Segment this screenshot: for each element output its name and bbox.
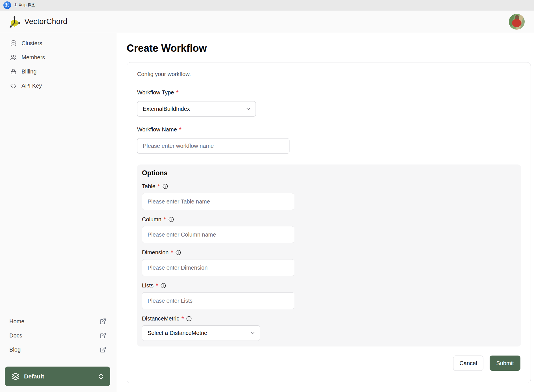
- main-content: Create Workflow Config your workflow. Wo…: [117, 33, 534, 392]
- required-asterisk: *: [176, 89, 178, 96]
- footer-link-label: Home: [9, 318, 24, 325]
- dimension-field: Dimension *: [142, 249, 516, 276]
- external-link-icon: [100, 318, 106, 325]
- column-field: Column *: [142, 216, 516, 243]
- sidebar-item-label: Billing: [21, 68, 36, 75]
- sidebar-footer: Home Docs: [0, 314, 117, 386]
- footer-link-label: Docs: [9, 332, 22, 339]
- submit-button[interactable]: Submit: [490, 356, 520, 371]
- options-section: Options Table * Column *: [137, 164, 521, 346]
- sidebar-item-clusters[interactable]: Clusters: [0, 36, 117, 50]
- info-icon[interactable]: [175, 250, 181, 255]
- table-field: Table *: [142, 183, 516, 210]
- xnip-bar-label: 由 Xnip 截图: [14, 3, 36, 8]
- workflow-type-field: Workflow Type * ExternalBuildIndex: [137, 89, 520, 117]
- vectorchord-logo-icon: [8, 15, 21, 29]
- sidebar-nav: Clusters Members: [0, 33, 117, 93]
- sidebar-item-label: API Key: [21, 83, 42, 89]
- workflow-name-field: Workflow Name *: [137, 126, 520, 154]
- sidebar-item-api-key[interactable]: API Key: [0, 79, 117, 93]
- required-asterisk: *: [179, 126, 181, 133]
- info-icon[interactable]: [162, 183, 168, 189]
- required-asterisk: *: [164, 216, 166, 223]
- brand-name: VectorChord: [24, 17, 67, 26]
- layers-icon: [12, 372, 20, 380]
- sidebar-item-label: Clusters: [21, 40, 42, 47]
- info-icon[interactable]: [160, 283, 166, 289]
- sidebar-item-billing[interactable]: Billing: [0, 64, 117, 79]
- screen: 由 Xnip 截图 Vect: [0, 0, 534, 392]
- card-description: Config your workflow.: [137, 71, 520, 77]
- column-label: Column *: [142, 216, 516, 223]
- project-switcher-label: Default: [24, 373, 93, 380]
- dimension-input[interactable]: [142, 259, 294, 276]
- distance-metric-value: Select a DistanceMetric: [148, 330, 207, 336]
- info-icon[interactable]: [186, 316, 192, 322]
- table-label: Table *: [142, 183, 516, 190]
- project-switcher[interactable]: Default: [5, 367, 110, 386]
- user-avatar[interactable]: [509, 14, 525, 30]
- brand: VectorChord: [8, 15, 67, 29]
- lists-label: Lists *: [142, 282, 516, 289]
- workflow-name-label: Workflow Name *: [137, 126, 520, 133]
- distance-metric-label: DistanceMetric *: [142, 315, 516, 322]
- xnip-capture-bar: 由 Xnip 截图: [0, 0, 534, 10]
- lists-field: Lists *: [142, 282, 516, 309]
- sidebar-item-members[interactable]: Members: [0, 50, 117, 64]
- footer-link-label: Blog: [9, 346, 21, 353]
- footer-link-home[interactable]: Home: [0, 314, 117, 328]
- table-input[interactable]: [142, 193, 294, 210]
- lock-icon: [10, 68, 17, 75]
- chevrons-up-down-icon: [97, 373, 105, 380]
- workflow-type-label: Workflow Type *: [137, 89, 520, 96]
- form-actions: Cancel Submit: [137, 356, 520, 371]
- column-input[interactable]: [142, 226, 294, 243]
- database-icon: [10, 40, 17, 47]
- external-link-icon: [100, 332, 106, 339]
- workflow-type-select[interactable]: ExternalBuildIndex: [137, 101, 256, 117]
- xnip-scissors-icon: [3, 1, 11, 9]
- footer-link-docs[interactable]: Docs: [0, 328, 117, 343]
- info-icon[interactable]: [168, 216, 174, 222]
- external-link-icon: [100, 346, 106, 353]
- cancel-button[interactable]: Cancel: [453, 356, 483, 371]
- options-title: Options: [142, 169, 516, 177]
- footer-link-blog[interactable]: Blog: [0, 343, 117, 357]
- code-icon: [10, 83, 17, 89]
- app-header: VectorChord: [0, 10, 534, 33]
- create-workflow-card: Config your workflow. Workflow Type * Ex…: [127, 62, 531, 383]
- chevron-down-icon: [245, 106, 251, 112]
- lists-input[interactable]: [142, 292, 294, 309]
- required-asterisk: *: [156, 282, 158, 289]
- workflow-name-input[interactable]: [137, 138, 289, 154]
- page-title: Create Workflow: [127, 42, 207, 54]
- workflow-type-value: ExternalBuildIndex: [143, 106, 190, 112]
- users-icon: [10, 54, 17, 61]
- required-asterisk: *: [171, 249, 173, 256]
- sidebar: Clusters Members: [0, 33, 117, 392]
- required-asterisk: *: [158, 183, 160, 190]
- chevron-down-icon: [250, 330, 256, 336]
- distance-metric-select[interactable]: Select a DistanceMetric: [142, 325, 260, 341]
- sidebar-item-label: Members: [21, 54, 45, 61]
- distance-metric-field: DistanceMetric * Select a DistanceMetric: [142, 315, 516, 341]
- required-asterisk: *: [181, 315, 184, 322]
- dimension-label: Dimension *: [142, 249, 516, 256]
